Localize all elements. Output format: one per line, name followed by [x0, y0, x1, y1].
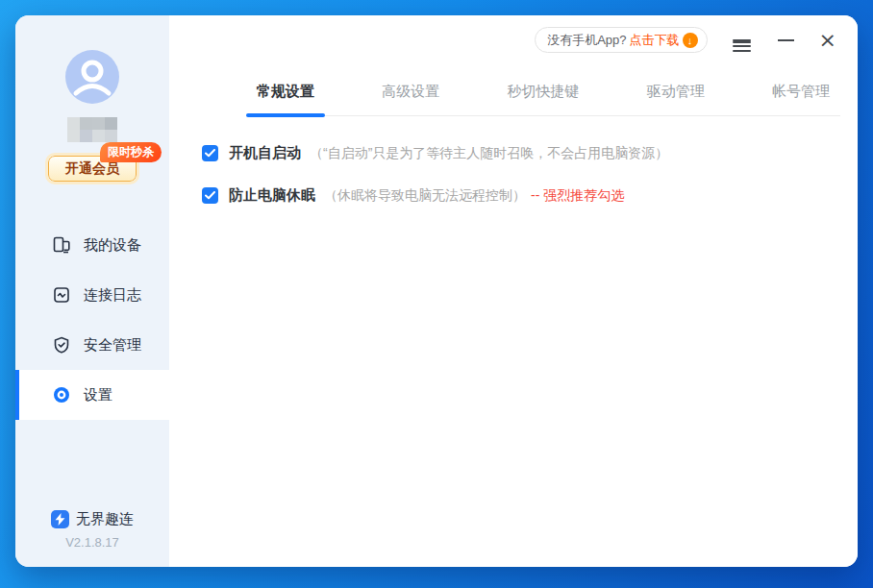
minimize-button[interactable] — [774, 36, 798, 45]
tab-account-management[interactable]: 帐号管理 — [761, 73, 840, 115]
app-logo-icon — [51, 510, 69, 528]
sidebar-item-connection-log[interactable]: 连接日志 — [15, 270, 169, 320]
app-name: 无界趣连 — [76, 510, 134, 528]
sidebar-item-label: 我的设备 — [84, 236, 141, 255]
setting-warning: -- 强烈推荐勾选 — [531, 187, 624, 205]
download-action: 点击下载 — [630, 32, 680, 49]
check-icon — [205, 191, 215, 200]
download-circle-icon: ↓ — [683, 33, 698, 48]
setting-row-autostart: 开机自启动 （“自启动”只是为了等待主人随时召唤，不会占用电脑资源） — [202, 144, 838, 162]
setting-row-prevent-sleep: 防止电脑休眠 （休眠将导致电脑无法远程控制） -- 强烈推荐勾选 — [202, 186, 838, 205]
user-icon — [65, 50, 119, 104]
tab-driver-management[interactable]: 驱动管理 — [636, 73, 715, 115]
setting-label: 开机自启动 — [229, 144, 301, 162]
menu-button[interactable] — [729, 33, 755, 47]
sidebar-item-label: 安全管理 — [84, 336, 141, 355]
check-icon — [205, 149, 215, 158]
avatar[interactable] — [65, 50, 119, 104]
setting-note: （“自启动”只是为了等待主人随时召唤，不会占用电脑资源） — [310, 145, 668, 162]
hamburger-icon — [733, 39, 751, 41]
sidebar-item-label: 设置 — [84, 386, 112, 404]
tab-quick-switch-hotkeys[interactable]: 秒切快捷键 — [497, 73, 590, 115]
devices-icon — [52, 235, 71, 255]
setting-note: （休眠将导致电脑无法远程控制） — [324, 187, 526, 205]
flash-sale-badge: 限时秒杀 — [100, 142, 162, 162]
sidebar-footer: 无界趣连 V2.1.8.17 — [15, 510, 169, 567]
sidebar-item-my-devices[interactable]: 我的设备 — [15, 220, 169, 270]
autostart-checkbox[interactable] — [202, 145, 218, 161]
settings-icon — [52, 385, 71, 404]
app-window: 限时秒杀 开通会员 我的设备 — [15, 15, 858, 567]
sidebar-nav: 我的设备 连接日志 安全管理 — [15, 220, 169, 420]
censored-username — [67, 117, 117, 142]
log-icon — [52, 285, 71, 305]
sidebar: 限时秒杀 开通会员 我的设备 — [15, 15, 169, 567]
download-app-button[interactable]: 没有手机App? 点击下载 ↓ — [535, 27, 707, 53]
tab-general-settings[interactable]: 常规设置 — [246, 73, 325, 115]
title-bar: 没有手机App? 点击下载 ↓ × — [535, 27, 840, 53]
sidebar-item-label: 连接日志 — [84, 286, 141, 305]
app-version: V2.1.8.17 — [15, 535, 169, 550]
prevent-sleep-checkbox[interactable] — [202, 187, 218, 204]
sidebar-item-settings[interactable]: 设置 — [15, 370, 169, 420]
settings-tabs: 常规设置 高级设置 秒切快捷键 驱动管理 帐号管理 — [246, 73, 840, 116]
shield-icon — [52, 335, 71, 355]
download-question: 没有手机App? — [547, 32, 626, 49]
minimize-icon — [778, 39, 794, 41]
settings-list: 开机自启动 （“自启动”只是为了等待主人随时召唤，不会占用电脑资源） 防止电脑休… — [202, 144, 838, 229]
tab-advanced-settings[interactable]: 高级设置 — [371, 73, 450, 115]
sidebar-item-security[interactable]: 安全管理 — [15, 320, 169, 370]
main-panel: 没有手机App? 点击下载 ↓ × 常规设置 高级设置 秒切快捷键 驱动管理 帐… — [169, 15, 858, 567]
setting-label: 防止电脑休眠 — [229, 186, 315, 205]
close-button[interactable]: × — [815, 28, 840, 53]
